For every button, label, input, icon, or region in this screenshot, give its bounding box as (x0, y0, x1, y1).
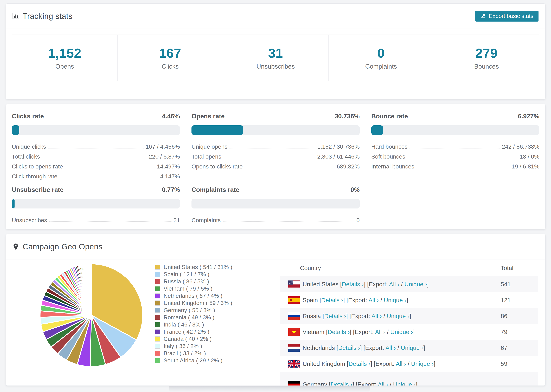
details-link[interactable]: Details › (324, 313, 346, 319)
country-name: United States (303, 281, 340, 287)
export-all-link[interactable]: All › (389, 281, 399, 287)
stat-row-label: Click through rate (12, 173, 57, 181)
page-shadow (170, 386, 370, 392)
stat-box-opens: 1,152 Opens (12, 35, 118, 81)
dotted-leader (245, 168, 335, 168)
stat-value: 1,152 (48, 46, 81, 61)
stat-label: Bounces (474, 63, 499, 70)
rate-rows: Complaints 0 (191, 215, 360, 224)
stat-row-value: 220 / 5.87% (149, 153, 180, 161)
flag-us-icon (288, 280, 300, 288)
export-unique-link[interactable]: Unique › (404, 281, 427, 287)
country-cell: Russia [Details ›] [Export: All › / Uniq… (303, 313, 501, 320)
stat-box-bounces: 279 Bounces (434, 35, 539, 81)
export-all-link[interactable]: All › (375, 329, 385, 335)
legend-swatch (155, 336, 160, 342)
legend-swatch (155, 286, 160, 291)
legend-label: South Africa ( 29 / 2% ) (164, 357, 222, 364)
legend-swatch (155, 265, 160, 270)
rates-row-1: Clicks rate 4.46% Unique clicks 167 / 4.… (12, 113, 539, 181)
legend-item: France ( 42 / 2% ) (155, 328, 232, 335)
export-unique-link[interactable]: Unique › (384, 297, 406, 303)
dotted-leader (223, 222, 354, 222)
country-name: Russia (303, 313, 323, 319)
details-link[interactable]: Details › (328, 329, 350, 335)
export-all-link[interactable]: All › (378, 381, 388, 386)
legend-item: Romania ( 49 / 3% ) (155, 314, 232, 321)
dotted-leader (59, 178, 158, 178)
rate-title: Unsubscribe rate (12, 186, 64, 193)
export-all-link[interactable]: All › (372, 313, 382, 319)
legend-label: India ( 46 / 3% ) (164, 321, 204, 328)
stat-value: 0 (377, 46, 385, 61)
export-all-link[interactable]: All › (368, 297, 379, 303)
details-link[interactable]: Details › (349, 360, 370, 367)
flag-de-icon (288, 381, 300, 386)
rate-title: Bounce rate (371, 113, 408, 120)
table-row-nl: Netherlands [Details ›] [Export: All › /… (280, 340, 538, 356)
export-unique-link[interactable]: Unique › (387, 313, 409, 319)
export-basic-stats-button[interactable]: Export basic stats (475, 11, 538, 21)
legend-swatch (155, 308, 160, 313)
page-title: Tracking stats (23, 11, 72, 21)
rate-title: Opens rate (191, 113, 225, 120)
stat-row-label: Total opens (191, 153, 221, 161)
details-link[interactable]: Details › (321, 297, 343, 303)
stat-row-value: 14.497% (157, 163, 180, 171)
export-unique-link[interactable]: Unique › (411, 360, 434, 367)
stat-row: Soft bounces 18 / 0% (371, 151, 539, 161)
table-row-de: Germany [Details ›] [Export: All › / Uni… (280, 372, 538, 386)
stat-row: Unsubscribes 31 (12, 215, 180, 224)
rate-block-bounce-rate: Bounce rate 6.927% Hard bounces 242 / 86… (371, 113, 539, 181)
rate-value: 0.77% (162, 186, 180, 193)
stat-label: Complaints (365, 63, 397, 70)
rate-rows: Hard bounces 242 / 86.738% Soft bounces … (371, 141, 539, 171)
progress-bar-fill (12, 199, 14, 209)
rate-head: Unsubscribe rate 0.77% (12, 186, 180, 195)
geo-table-header: Country Total (280, 260, 538, 276)
stat-box-unsubscribes: 31 Unsubscribes (223, 35, 328, 81)
legend-item: Italy ( 36 / 2% ) (155, 343, 232, 350)
stat-row-label: Unsubscribes (12, 217, 47, 224)
legend-swatch (155, 343, 160, 349)
stat-row-value: 167 / 4.456% (146, 143, 180, 151)
flag-es-icon (288, 296, 300, 304)
legend-label: Brazil ( 33 / 2% ) (164, 350, 206, 357)
legend-item: India ( 46 / 3% ) (155, 321, 232, 328)
progress-bar (191, 199, 360, 209)
export-icon (480, 13, 486, 19)
rate-rows: Unique opens 1,152 / 30.736% Total opens… (191, 141, 360, 171)
total-cell: 67 (501, 344, 538, 351)
stat-row: Total clicks 220 / 5.87% (12, 151, 180, 161)
tracking-stats-card: Tracking stats Export basic stats 1,152 … (6, 3, 545, 99)
dotted-leader (229, 148, 315, 148)
details-link[interactable]: Details › (330, 381, 352, 386)
stat-row: Complaints 0 (191, 215, 360, 224)
stat-row-label: Internal bounces (371, 163, 414, 171)
dotted-leader (407, 158, 518, 158)
country-cell: Vietnam [Details ›] [Export: All › / Uni… (303, 329, 501, 335)
legend-label: France ( 42 / 2% ) (164, 329, 209, 335)
legend-item: Spain ( 121 / 7% ) (155, 271, 232, 278)
details-link[interactable]: Details › (342, 281, 364, 287)
rate-block-opens-rate: Opens rate 30.736% Unique opens 1,152 / … (191, 113, 360, 181)
country-name: Netherlands (303, 344, 336, 351)
rate-title: Complaints rate (191, 186, 239, 193)
export-unique-link[interactable]: Unique › (393, 381, 416, 386)
stat-boxes: 1,152 Opens 167 Clicks 31 Unsubscribes 0… (12, 35, 539, 81)
stat-row-label: Unique clicks (12, 143, 46, 151)
legend-item: Vietnam ( 79 / 5% ) (155, 285, 232, 292)
stat-row-value: 2,303 / 61.446% (317, 153, 360, 161)
export-all-link[interactable]: All › (396, 360, 406, 367)
stat-row: Total opens 2,303 / 61.446% (191, 151, 360, 161)
details-link[interactable]: Details › (338, 344, 360, 351)
stat-row-label: Opens to clicks rate (191, 163, 243, 171)
total-cell: 541 (501, 281, 538, 288)
stat-row-label: Hard bounces (371, 143, 408, 151)
rate-rows: Unique clicks 167 / 4.456% Total clicks … (12, 141, 180, 181)
export-all-link[interactable]: All › (385, 344, 396, 351)
export-unique-link[interactable]: Unique › (401, 344, 423, 351)
export-unique-link[interactable]: Unique › (390, 329, 413, 335)
dotted-leader (410, 148, 500, 148)
rate-rows: Unsubscribes 31 (12, 215, 180, 224)
